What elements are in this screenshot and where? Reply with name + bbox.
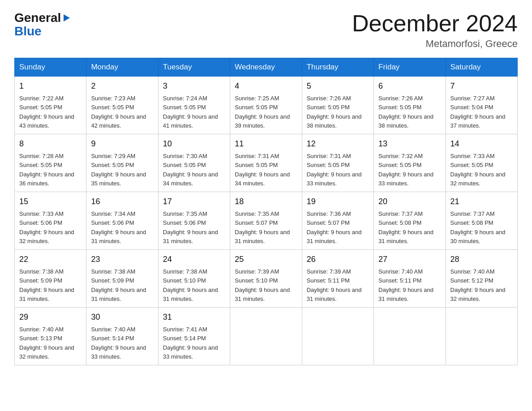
day-number: 3	[163, 80, 225, 92]
calendar-cell: 12Sunrise: 7:31 AMSunset: 5:05 PMDayligh…	[302, 134, 373, 192]
calendar-cell: 5Sunrise: 7:26 AMSunset: 5:05 PMDaylight…	[302, 77, 373, 134]
calendar-cell: 8Sunrise: 7:28 AMSunset: 5:05 PMDaylight…	[15, 134, 86, 192]
day-info: Sunrise: 7:33 AMSunset: 5:06 PMDaylight:…	[19, 210, 74, 244]
day-number: 26	[307, 253, 369, 265]
day-info: Sunrise: 7:41 AMSunset: 5:14 PMDaylight:…	[163, 326, 218, 360]
day-number: 24	[163, 253, 225, 265]
calendar-cell	[230, 308, 302, 365]
day-number: 28	[450, 253, 513, 265]
calendar-cell: 16Sunrise: 7:34 AMSunset: 5:06 PMDayligh…	[86, 192, 158, 250]
day-info: Sunrise: 7:29 AMSunset: 5:05 PMDaylight:…	[91, 153, 146, 187]
calendar-cell: 7Sunrise: 7:27 AMSunset: 5:04 PMDaylight…	[446, 77, 517, 134]
day-info: Sunrise: 7:38 AMSunset: 5:09 PMDaylight:…	[19, 268, 74, 302]
day-info: Sunrise: 7:38 AMSunset: 5:09 PMDaylight:…	[91, 268, 146, 302]
day-info: Sunrise: 7:28 AMSunset: 5:05 PMDaylight:…	[19, 153, 74, 187]
day-number: 13	[378, 138, 441, 150]
day-info: Sunrise: 7:31 AMSunset: 5:05 PMDaylight:…	[307, 153, 362, 187]
calendar-week-row: 8Sunrise: 7:28 AMSunset: 5:05 PMDaylight…	[15, 134, 518, 192]
day-info: Sunrise: 7:26 AMSunset: 5:05 PMDaylight:…	[307, 95, 362, 129]
day-number: 9	[91, 138, 153, 150]
day-info: Sunrise: 7:31 AMSunset: 5:05 PMDaylight:…	[235, 153, 290, 187]
logo: General Blue	[14, 11, 72, 39]
day-number: 6	[378, 80, 441, 92]
calendar-table: SundayMondayTuesdayWednesdayThursdayFrid…	[14, 58, 518, 365]
calendar-week-row: 15Sunrise: 7:33 AMSunset: 5:06 PMDayligh…	[15, 192, 518, 250]
calendar-cell: 2Sunrise: 7:23 AMSunset: 5:05 PMDaylight…	[86, 77, 158, 134]
day-info: Sunrise: 7:40 AMSunset: 5:11 PMDaylight:…	[378, 268, 433, 302]
calendar-week-row: 29Sunrise: 7:40 AMSunset: 5:13 PMDayligh…	[15, 308, 518, 365]
calendar-cell: 10Sunrise: 7:30 AMSunset: 5:05 PMDayligh…	[158, 134, 230, 192]
day-number: 14	[450, 138, 513, 150]
svg-marker-0	[64, 14, 70, 21]
day-number: 18	[235, 196, 297, 208]
day-info: Sunrise: 7:38 AMSunset: 5:10 PMDaylight:…	[163, 268, 218, 302]
day-info: Sunrise: 7:30 AMSunset: 5:05 PMDaylight:…	[163, 153, 218, 187]
calendar-week-row: 1Sunrise: 7:22 AMSunset: 5:05 PMDaylight…	[15, 77, 518, 134]
calendar-header-monday: Monday	[86, 58, 158, 77]
day-number: 12	[307, 138, 369, 150]
calendar-cell: 9Sunrise: 7:29 AMSunset: 5:05 PMDaylight…	[86, 134, 158, 192]
subtitle: Metamorfosi, Greece	[352, 38, 518, 50]
logo-blue-text: Blue	[14, 24, 42, 39]
calendar-cell: 3Sunrise: 7:24 AMSunset: 5:05 PMDaylight…	[158, 77, 230, 134]
calendar-cell	[302, 308, 373, 365]
day-number: 17	[163, 196, 225, 208]
day-info: Sunrise: 7:26 AMSunset: 5:05 PMDaylight:…	[378, 95, 433, 129]
day-info: Sunrise: 7:39 AMSunset: 5:11 PMDaylight:…	[307, 268, 362, 302]
calendar-week-row: 22Sunrise: 7:38 AMSunset: 5:09 PMDayligh…	[15, 250, 518, 308]
day-number: 2	[91, 80, 153, 92]
day-info: Sunrise: 7:27 AMSunset: 5:04 PMDaylight:…	[450, 95, 506, 129]
logo-general-text: General	[14, 11, 61, 25]
day-info: Sunrise: 7:32 AMSunset: 5:05 PMDaylight:…	[378, 153, 433, 187]
calendar-cell: 31Sunrise: 7:41 AMSunset: 5:14 PMDayligh…	[158, 308, 230, 365]
calendar-cell: 13Sunrise: 7:32 AMSunset: 5:05 PMDayligh…	[374, 134, 446, 192]
calendar-cell: 1Sunrise: 7:22 AMSunset: 5:05 PMDaylight…	[15, 77, 86, 134]
day-number: 27	[378, 253, 441, 265]
day-info: Sunrise: 7:33 AMSunset: 5:05 PMDaylight:…	[450, 153, 506, 187]
page-header: General Blue December 2024 Metamorfosi, …	[14, 11, 518, 50]
calendar-cell: 30Sunrise: 7:40 AMSunset: 5:14 PMDayligh…	[86, 308, 158, 365]
calendar-cell: 25Sunrise: 7:39 AMSunset: 5:10 PMDayligh…	[230, 250, 302, 308]
calendar-cell: 24Sunrise: 7:38 AMSunset: 5:10 PMDayligh…	[158, 250, 230, 308]
day-number: 21	[450, 196, 513, 208]
calendar-cell: 29Sunrise: 7:40 AMSunset: 5:13 PMDayligh…	[15, 308, 86, 365]
day-info: Sunrise: 7:37 AMSunset: 5:08 PMDaylight:…	[450, 210, 506, 244]
day-number: 1	[19, 80, 82, 92]
day-number: 30	[91, 311, 153, 323]
calendar-header-tuesday: Tuesday	[158, 58, 230, 77]
day-number: 11	[235, 138, 297, 150]
calendar-header-sunday: Sunday	[15, 58, 86, 77]
day-number: 10	[163, 138, 225, 150]
day-info: Sunrise: 7:34 AMSunset: 5:06 PMDaylight:…	[91, 210, 146, 244]
calendar-cell: 6Sunrise: 7:26 AMSunset: 5:05 PMDaylight…	[374, 77, 446, 134]
calendar-cell	[446, 308, 517, 365]
day-number: 31	[163, 311, 225, 323]
calendar-cell: 22Sunrise: 7:38 AMSunset: 5:09 PMDayligh…	[15, 250, 86, 308]
calendar-cell: 14Sunrise: 7:33 AMSunset: 5:05 PMDayligh…	[446, 134, 517, 192]
calendar-header-wednesday: Wednesday	[230, 58, 302, 77]
day-info: Sunrise: 7:40 AMSunset: 5:14 PMDaylight:…	[91, 326, 146, 360]
day-number: 19	[307, 196, 369, 208]
calendar-header-friday: Friday	[374, 58, 446, 77]
day-number: 8	[19, 138, 82, 150]
calendar-cell: 18Sunrise: 7:35 AMSunset: 5:07 PMDayligh…	[230, 192, 302, 250]
day-number: 22	[19, 253, 82, 265]
day-number: 5	[307, 80, 369, 92]
day-info: Sunrise: 7:40 AMSunset: 5:12 PMDaylight:…	[450, 268, 506, 302]
calendar-header-thursday: Thursday	[302, 58, 373, 77]
calendar-cell: 21Sunrise: 7:37 AMSunset: 5:08 PMDayligh…	[446, 192, 517, 250]
calendar-cell: 19Sunrise: 7:36 AMSunset: 5:07 PMDayligh…	[302, 192, 373, 250]
day-number: 29	[19, 311, 82, 323]
page-title: December 2024	[352, 11, 518, 36]
day-number: 25	[235, 253, 297, 265]
calendar-cell	[374, 308, 446, 365]
day-info: Sunrise: 7:36 AMSunset: 5:07 PMDaylight:…	[307, 210, 362, 244]
calendar-cell: 23Sunrise: 7:38 AMSunset: 5:09 PMDayligh…	[86, 250, 158, 308]
day-info: Sunrise: 7:23 AMSunset: 5:05 PMDaylight:…	[91, 95, 146, 129]
day-info: Sunrise: 7:22 AMSunset: 5:05 PMDaylight:…	[19, 95, 74, 129]
day-number: 16	[91, 196, 153, 208]
day-number: 4	[235, 80, 297, 92]
day-info: Sunrise: 7:39 AMSunset: 5:10 PMDaylight:…	[235, 268, 290, 302]
day-number: 20	[378, 196, 441, 208]
calendar-header-row: SundayMondayTuesdayWednesdayThursdayFrid…	[15, 58, 518, 77]
